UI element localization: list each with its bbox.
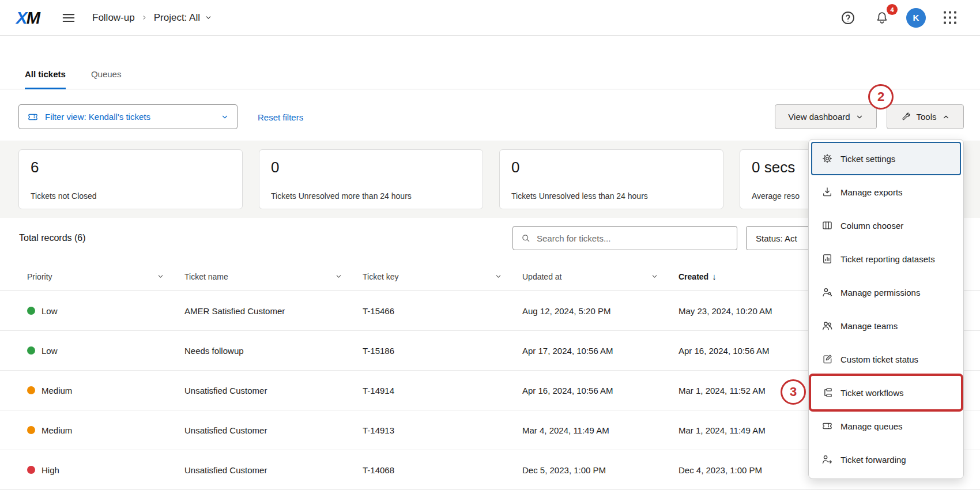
priority-label: Low	[42, 346, 58, 356]
column-header-ticket-name[interactable]: Ticket name	[184, 272, 363, 281]
menu-item-manage-teams[interactable]: Manage teams	[811, 309, 961, 342]
priority-label: Medium	[42, 386, 72, 395]
menu-item-manage-permissions[interactable]: Manage permissions	[811, 276, 961, 309]
breadcrumb-project-dropdown[interactable]: Project: All	[154, 12, 212, 24]
people-icon	[821, 320, 833, 331]
columns-icon	[821, 220, 833, 231]
breadcrumb-followup[interactable]: Follow-up	[92, 12, 135, 24]
menu-item-ticket-reporting-datasets[interactable]: Ticket reporting datasets	[811, 242, 961, 276]
menu-item-ticket-workflows[interactable]: Ticket workflows	[811, 376, 961, 409]
annotation-step-3: 3	[781, 379, 806, 405]
column-header-priority[interactable]: Priority	[19, 272, 184, 281]
cell-ticket-name: Needs followup	[184, 346, 363, 356]
column-label: Ticket name	[184, 272, 228, 281]
column-header-updated-at[interactable]: Updated at	[522, 272, 679, 281]
menu-item-manage-queues[interactable]: Manage queues	[811, 409, 961, 443]
search-icon	[521, 233, 531, 243]
ticket-icon	[27, 111, 39, 123]
menu-item-label: Manage exports	[840, 187, 903, 197]
column-label: Ticket key	[363, 272, 399, 281]
priority-dot-icon	[27, 307, 35, 315]
menu-item-manage-exports[interactable]: Manage exports	[811, 175, 961, 209]
menu-item-ticket-settings[interactable]: Ticket settings	[811, 142, 961, 175]
menu-item-label: Ticket forwarding	[840, 455, 906, 465]
cell-updated-at: Apr 17, 2024, 10:56 AM	[522, 346, 679, 356]
breadcrumb-followup-label: Follow-up	[92, 12, 135, 24]
ticket-icon	[821, 420, 833, 432]
chevron-down-icon	[855, 113, 864, 121]
stat-value: 0	[511, 159, 711, 176]
menu-item-label: Manage teams	[840, 321, 898, 331]
apps-grid-icon[interactable]	[944, 11, 957, 24]
menu-item-label: Ticket reporting datasets	[840, 254, 935, 264]
edit-icon	[821, 353, 833, 365]
column-menu-chevron-icon[interactable]	[335, 273, 342, 280]
cell-updated-at: Aug 12, 2024, 5:20 PM	[522, 306, 679, 316]
tab-all-tickets[interactable]: All tickets	[25, 69, 66, 89]
column-menu-chevron-icon[interactable]	[495, 273, 502, 280]
report-icon	[821, 253, 833, 265]
total-records-label: Total records (6)	[19, 233, 86, 243]
stat-label: Tickets not Closed	[31, 191, 231, 201]
priority-label: Low	[42, 306, 58, 316]
hamburger-menu-icon[interactable]	[61, 10, 76, 25]
view-dashboard-label: View dashboard	[788, 112, 850, 122]
breadcrumb-project-label: Project: All	[154, 12, 200, 24]
search-input[interactable]	[537, 233, 729, 243]
tools-menu: Ticket settingsManage exportsColumn choo…	[808, 139, 964, 479]
filter-view-select[interactable]: Filter view: Kendall's tickets	[18, 104, 238, 129]
priority-dot-icon	[27, 386, 35, 394]
cell-priority: Medium	[19, 425, 184, 435]
priority-dot-icon	[27, 426, 35, 434]
stat-value: 6	[31, 159, 231, 176]
download-icon	[821, 186, 833, 198]
workflow-icon	[821, 387, 833, 398]
help-icon[interactable]	[840, 10, 856, 26]
menu-item-custom-ticket-status[interactable]: Custom ticket status	[811, 342, 961, 376]
reset-filters-link[interactable]: Reset filters	[258, 112, 303, 122]
annotation-step-2: 2	[868, 84, 894, 110]
cell-ticket-key: T-15466	[363, 306, 522, 316]
column-label: Priority	[27, 272, 52, 281]
wrench-icon	[900, 112, 911, 122]
logo-letter-m: M	[27, 8, 40, 27]
column-menu-chevron-icon[interactable]	[157, 273, 164, 280]
menu-item-column-chooser[interactable]: Column chooser	[811, 209, 961, 242]
person-key-icon	[821, 287, 833, 298]
cell-ticket-key: T-14914	[363, 386, 522, 395]
filter-bar: Filter view: Kendall's tickets Reset fil…	[0, 104, 980, 129]
tabs: All ticketsQueues	[25, 69, 121, 89]
gear-icon	[821, 153, 833, 164]
cell-updated-at: Apr 16, 2024, 10:56 AM	[522, 386, 679, 395]
menu-item-ticket-forwarding[interactable]: Ticket forwarding	[811, 443, 961, 476]
cell-ticket-name: Unsatisfied Customer	[184, 386, 363, 395]
priority-dot-icon	[27, 346, 35, 355]
cell-ticket-name: Unsatisfied Customer	[184, 465, 363, 475]
view-dashboard-button[interactable]: View dashboard	[775, 104, 877, 129]
menu-item-label: Column chooser	[840, 221, 903, 231]
sort-desc-icon: ↓	[712, 272, 717, 281]
menu-item-label: Custom ticket status	[840, 355, 918, 364]
chevron-down-icon	[221, 113, 229, 121]
menu-item-label: Manage permissions	[840, 288, 920, 297]
avatar[interactable]: K	[906, 8, 926, 28]
notification-count-badge: 4	[887, 4, 898, 15]
cell-ticket-key: T-14913	[363, 425, 522, 435]
menu-item-label: Manage queues	[840, 421, 903, 431]
cell-ticket-key: T-15186	[363, 346, 522, 356]
forward-person-icon	[821, 454, 833, 465]
stat-value: 0	[271, 159, 471, 176]
chevron-down-icon	[205, 14, 212, 21]
cell-ticket-name: Unsatisfied Customer	[184, 425, 363, 435]
column-header-ticket-key[interactable]: Ticket key	[363, 272, 522, 281]
tab-queues[interactable]: Queues	[91, 69, 122, 89]
menu-item-label: Ticket workflows	[840, 388, 903, 398]
breadcrumb: Follow-up Project: All	[92, 12, 212, 24]
cell-ticket-key: T-14068	[363, 465, 522, 475]
chevron-up-icon	[942, 113, 950, 121]
column-menu-chevron-icon[interactable]	[651, 273, 658, 280]
tools-button[interactable]: Tools	[887, 104, 964, 129]
priority-label: High	[42, 465, 59, 475]
menu-item-label: Ticket settings	[840, 154, 895, 164]
cell-updated-at: Dec 5, 2023, 1:00 PM	[522, 465, 679, 475]
